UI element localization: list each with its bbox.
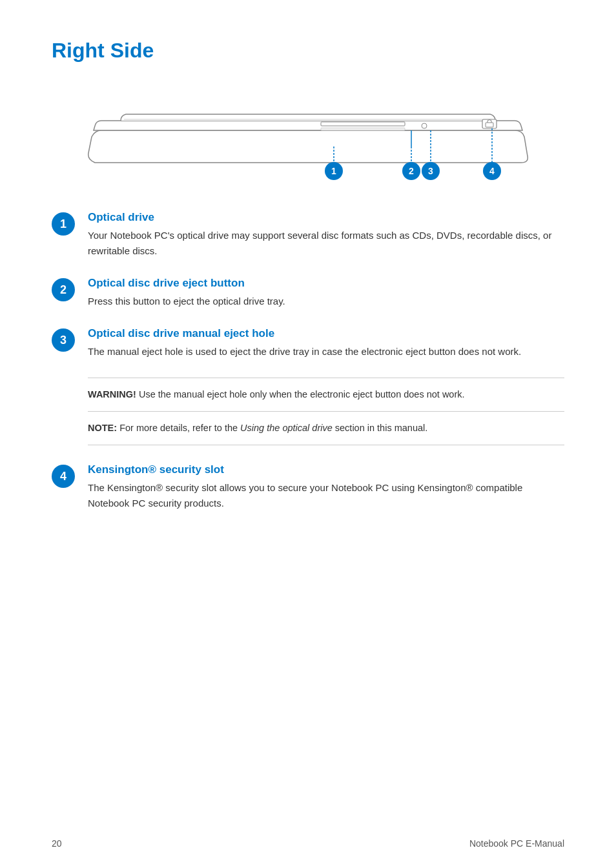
item-4-desc: The Kensington® security slot allows you…	[88, 480, 564, 511]
badge-1: 1	[52, 212, 75, 236]
item-3-title: Optical disc drive manual eject hole	[88, 327, 564, 340]
item-1-content: Optical drive Your Notebook PC's optical…	[88, 211, 564, 259]
note-keyword: NOTE:	[88, 423, 117, 433]
diagram-container: 1 2 3 4	[52, 82, 564, 185]
item-4-content: Kensington® security slot The Kensington…	[88, 463, 564, 511]
warning-box: WARNING! Use the manual eject hole only …	[88, 378, 564, 412]
item-2-content: Optical disc drive eject button Press th…	[88, 277, 564, 309]
badge-4: 4	[52, 465, 75, 488]
item-4: 4 Kensington® security slot The Kensingt…	[52, 463, 564, 511]
svg-point-4	[422, 123, 427, 128]
svg-text:2: 2	[409, 166, 414, 176]
item-3-content: Optical disc drive manual eject hole The…	[88, 327, 564, 359]
page: Right Side	[0, 0, 616, 868]
item-1: 1 Optical drive Your Notebook PC's optic…	[52, 211, 564, 259]
item-4-title: Kensington® security slot	[88, 463, 564, 476]
item-2-title: Optical disc drive eject button	[88, 277, 564, 290]
note-text2: section in this manual.	[333, 423, 428, 433]
svg-rect-1	[321, 128, 405, 130]
item-3: 3 Optical disc drive manual eject hole T…	[52, 327, 564, 359]
badge-2: 2	[52, 278, 75, 301]
footer-page-number: 20	[52, 838, 62, 849]
warning-keyword: WARNING!	[88, 389, 136, 399]
svg-text:4: 4	[489, 166, 495, 176]
footer-manual-title: Notebook PC E-Manual	[469, 838, 564, 849]
page-footer: 20 Notebook PC E-Manual	[52, 838, 564, 849]
item-3-desc: The manual eject hole is used to eject t…	[88, 344, 564, 359]
note-italic: Using the optical drive	[240, 423, 333, 433]
note-text: For more details, refer to the	[117, 423, 240, 433]
item-1-desc: Your Notebook PC's optical drive may sup…	[88, 228, 564, 259]
svg-rect-0	[321, 122, 405, 126]
laptop-diagram: 1 2 3 4	[82, 95, 534, 185]
items-list: 1 Optical drive Your Notebook PC's optic…	[52, 211, 564, 511]
svg-text:3: 3	[428, 166, 433, 176]
badge-3: 3	[52, 328, 75, 352]
note-box: NOTE: For more details, refer to the Usi…	[88, 412, 564, 445]
item-2-desc: Press this button to eject the optical d…	[88, 294, 564, 309]
item-1-title: Optical drive	[88, 211, 564, 224]
item-2: 2 Optical disc drive eject button Press …	[52, 277, 564, 309]
svg-text:1: 1	[331, 166, 336, 176]
warning-text: Use the manual eject hole only when the …	[136, 389, 465, 399]
page-title: Right Side	[52, 39, 564, 63]
